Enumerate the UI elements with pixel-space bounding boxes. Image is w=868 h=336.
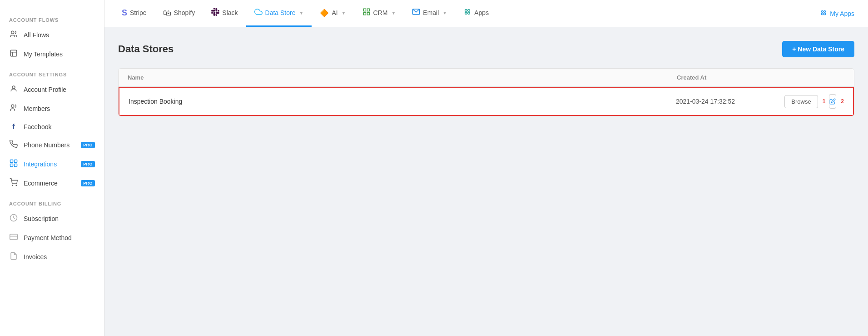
sidebar-item-subscription[interactable]: Subscription bbox=[0, 209, 104, 228]
tab-datastore-label: Data Store bbox=[265, 9, 296, 16]
sidebar-item-ecommerce[interactable]: Ecommerce PRO bbox=[0, 174, 104, 193]
svg-rect-18 bbox=[363, 13, 366, 15]
data-table: Name Created At Inspection Booking 2021-… bbox=[118, 68, 854, 116]
sidebar-item-all-flows[interactable]: All Flows bbox=[0, 25, 104, 45]
svg-point-4 bbox=[12, 86, 15, 89]
crm-icon bbox=[362, 8, 371, 18]
shopify-icon: 🛍 bbox=[163, 8, 171, 18]
svg-point-25 bbox=[824, 10, 826, 12]
apps-icon bbox=[463, 8, 471, 18]
sidebar-item-members[interactable]: Members bbox=[0, 99, 104, 118]
edit-button[interactable] bbox=[829, 94, 836, 109]
email-icon bbox=[412, 8, 420, 18]
svg-rect-9 bbox=[15, 164, 17, 167]
svg-point-23 bbox=[468, 12, 470, 15]
facebook-icon: f bbox=[9, 123, 18, 131]
svg-rect-8 bbox=[10, 164, 13, 167]
annotation-2: 2 bbox=[841, 98, 844, 105]
sidebar-item-facebook[interactable]: f Facebook bbox=[0, 118, 104, 135]
sidebar-section-label-account-billing: ACCOUNT BILLING bbox=[0, 193, 104, 209]
sidebar-item-label-all-flows: All Flows bbox=[24, 31, 95, 39]
svg-point-24 bbox=[822, 10, 823, 12]
flows-icon bbox=[9, 30, 18, 40]
sidebar-section-account-billing: ACCOUNT BILLING Subscription Payment Met… bbox=[0, 193, 104, 266]
svg-rect-6 bbox=[10, 160, 13, 163]
sidebar-item-account-profile[interactable]: Account Profile bbox=[0, 80, 104, 99]
tab-apps-label: Apps bbox=[474, 9, 489, 16]
sidebar-item-label-members: Members bbox=[24, 105, 95, 112]
tab-crm-label: CRM bbox=[373, 9, 388, 16]
tab-shopify-label: Shopify bbox=[174, 9, 195, 16]
tab-slack[interactable]: Slack bbox=[203, 0, 246, 27]
row-name-inspection-booking: Inspection Booking bbox=[129, 98, 676, 105]
ecommerce-icon bbox=[9, 178, 18, 188]
ecommerce-pro-badge: PRO bbox=[81, 180, 95, 186]
tab-ai-label: AI bbox=[332, 9, 337, 16]
svg-rect-16 bbox=[367, 9, 369, 11]
payment-icon bbox=[9, 233, 18, 243]
tab-email-label: Email bbox=[423, 9, 439, 16]
members-icon bbox=[9, 104, 18, 114]
sidebar-item-invoices[interactable]: Invoices bbox=[0, 247, 104, 266]
table-header: Name Created At bbox=[119, 69, 854, 87]
column-header-name: Name bbox=[128, 74, 677, 81]
new-data-store-button[interactable]: + New Data Store bbox=[782, 41, 854, 57]
svg-point-20 bbox=[465, 10, 467, 12]
my-apps-label: My Apps bbox=[830, 10, 854, 17]
my-apps-link[interactable]: My Apps bbox=[815, 9, 859, 18]
tab-shopify[interactable]: 🛍 Shopify bbox=[155, 0, 203, 27]
browse-button[interactable]: Browse bbox=[784, 95, 818, 108]
integrations-icon bbox=[9, 159, 18, 169]
sidebar-item-label-integrations: Integrations bbox=[24, 160, 75, 168]
top-nav: S Stripe 🛍 Shopify Slack Data Store ▼ 🔶 … bbox=[104, 0, 868, 27]
sidebar-item-label-payment-method: Payment Method bbox=[24, 234, 95, 241]
tab-stripe-label: Stripe bbox=[130, 9, 147, 16]
svg-point-27 bbox=[824, 13, 826, 15]
sidebar-item-integrations[interactable]: Integrations PRO bbox=[0, 155, 104, 174]
subscription-icon bbox=[9, 214, 18, 224]
svg-rect-13 bbox=[10, 234, 18, 240]
tab-stripe[interactable]: S Stripe bbox=[114, 0, 155, 27]
tab-crm[interactable]: CRM ▼ bbox=[354, 0, 404, 27]
sidebar-item-label-account-profile: Account Profile bbox=[24, 86, 95, 93]
phone-numbers-pro-badge: PRO bbox=[81, 142, 95, 148]
sidebar: ACCOUNT FLOWS All Flows My Templates ACC… bbox=[0, 0, 104, 336]
sidebar-item-label-ecommerce: Ecommerce bbox=[24, 180, 75, 187]
tab-slack-label: Slack bbox=[222, 9, 238, 16]
main-content: Data Stores + New Data Store Name Create… bbox=[104, 27, 868, 336]
row-actions-inspection-booking: Browse 1 2 bbox=[785, 94, 844, 109]
sidebar-item-label-invoices: Invoices bbox=[24, 253, 95, 261]
svg-rect-17 bbox=[367, 13, 369, 15]
crm-dropdown-chevron: ▼ bbox=[391, 10, 396, 15]
tab-apps[interactable]: Apps bbox=[455, 0, 497, 27]
tab-datastore[interactable]: Data Store ▼ bbox=[246, 0, 312, 27]
sidebar-section-account-settings: ACCOUNT SETTINGS Account Profile Members… bbox=[0, 64, 104, 193]
tab-ai[interactable]: 🔶 AI ▼ bbox=[312, 0, 354, 27]
datastore-dropdown-chevron: ▼ bbox=[299, 10, 303, 15]
profile-icon bbox=[9, 85, 18, 95]
ai-dropdown-chevron: ▼ bbox=[342, 10, 346, 15]
svg-rect-15 bbox=[363, 9, 366, 11]
tab-email[interactable]: Email ▼ bbox=[404, 0, 455, 27]
row-created-at-inspection-booking: 2021-03-24 17:32:52 bbox=[676, 98, 785, 105]
table-row: Inspection Booking 2021-03-24 17:32:52 B… bbox=[119, 87, 854, 116]
phone-icon bbox=[9, 140, 18, 150]
svg-point-5 bbox=[11, 105, 14, 107]
integrations-pro-badge: PRO bbox=[81, 161, 95, 167]
sidebar-section-label-account-flows: ACCOUNT FLOWS bbox=[0, 9, 104, 25]
content-header: Data Stores + New Data Store bbox=[118, 41, 854, 57]
annotation-1: 1 bbox=[823, 98, 826, 105]
column-header-created-at: Created At bbox=[677, 74, 786, 81]
sidebar-item-label-my-templates: My Templates bbox=[24, 50, 95, 58]
sidebar-section-label-account-settings: ACCOUNT SETTINGS bbox=[0, 64, 104, 80]
email-dropdown-chevron: ▼ bbox=[442, 10, 447, 15]
page-title: Data Stores bbox=[118, 43, 174, 55]
sidebar-item-payment-method[interactable]: Payment Method bbox=[0, 228, 104, 247]
sidebar-item-label-subscription: Subscription bbox=[24, 215, 95, 222]
main-content-area: S Stripe 🛍 Shopify Slack Data Store ▼ 🔶 … bbox=[104, 0, 868, 336]
svg-point-22 bbox=[465, 12, 467, 15]
sidebar-item-label-phone-numbers: Phone Numbers bbox=[24, 141, 75, 149]
sidebar-item-my-templates[interactable]: My Templates bbox=[0, 45, 104, 64]
sidebar-item-phone-numbers[interactable]: Phone Numbers PRO bbox=[0, 135, 104, 155]
ai-icon: 🔶 bbox=[320, 9, 329, 17]
